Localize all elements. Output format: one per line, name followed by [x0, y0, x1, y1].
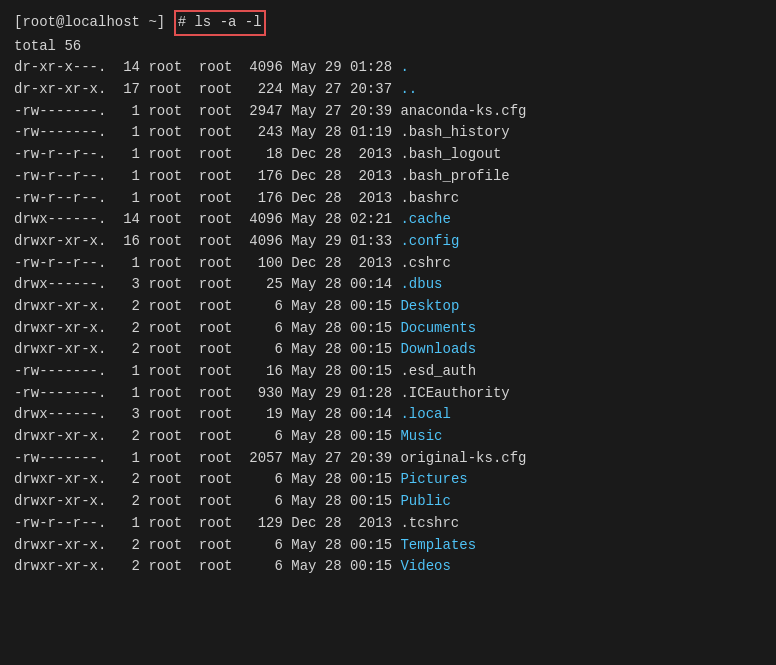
command-highlight: # ls -a -l: [174, 10, 266, 36]
terminal-line: drwxr-xr-x. 2 root root 6 May 28 00:15 D…: [14, 296, 762, 318]
terminal-line: drwxr-xr-x. 2 root root 6 May 28 00:15 D…: [14, 318, 762, 340]
prompt-line: [root@localhost ~] # ls -a -l: [14, 10, 762, 36]
terminal-line: drwx------. 14 root root 4096 May 28 02:…: [14, 209, 762, 231]
directory-link: ..: [400, 81, 417, 97]
terminal-line: -rw-r--r--. 1 root root 18 Dec 28 2013 .…: [14, 144, 762, 166]
prompt-text: [root@localhost ~]: [14, 12, 165, 34]
line-perms: drwxr-xr-x. 2 root root 6 May 28 00:15: [14, 341, 400, 357]
prompt-space: [165, 12, 173, 34]
terminal-line: -rw-r--r--. 1 root root 176 Dec 28 2013 …: [14, 188, 762, 210]
line-perms: drwxr-xr-x. 2 root root 6 May 28 00:15: [14, 558, 400, 574]
terminal-line: -rw-r--r--. 1 root root 100 Dec 28 2013 …: [14, 253, 762, 275]
terminal-line: drwxr-xr-x. 2 root root 6 May 28 00:15 T…: [14, 535, 762, 557]
directory-link: .cache: [400, 211, 450, 227]
terminal-output: total 56dr-xr-x---. 14 root root 4096 Ma…: [14, 36, 762, 578]
terminal-line: dr-xr-x---. 14 root root 4096 May 29 01:…: [14, 57, 762, 79]
terminal-line: drwxr-xr-x. 2 root root 6 May 28 00:15 M…: [14, 426, 762, 448]
terminal-line: drwxr-xr-x. 2 root root 6 May 28 00:15 D…: [14, 339, 762, 361]
line-perms: drwxr-xr-x. 16 root root 4096 May 29 01:…: [14, 233, 400, 249]
terminal-line: total 56: [14, 36, 762, 58]
directory-link: Desktop: [400, 298, 459, 314]
terminal-line: -rw-------. 1 root root 243 May 28 01:19…: [14, 122, 762, 144]
directory-link: Videos: [400, 558, 450, 574]
directory-link: Pictures: [400, 471, 467, 487]
directory-link: Music: [400, 428, 442, 444]
directory-link: Public: [400, 493, 450, 509]
line-perms: drwxr-xr-x. 2 root root 6 May 28 00:15: [14, 537, 400, 553]
terminal-window: [root@localhost ~] # ls -a -l total 56dr…: [14, 10, 762, 578]
terminal-line: -rw-------. 1 root root 16 May 28 00:15 …: [14, 361, 762, 383]
directory-link: .: [400, 59, 408, 75]
terminal-line: drwxr-xr-x. 2 root root 6 May 28 00:15 P…: [14, 469, 762, 491]
line-perms: drwxr-xr-x. 2 root root 6 May 28 00:15: [14, 298, 400, 314]
line-perms: drwx------. 14 root root 4096 May 28 02:…: [14, 211, 400, 227]
directory-link: Downloads: [400, 341, 476, 357]
terminal-line: drwx------. 3 root root 19 May 28 00:14 …: [14, 404, 762, 426]
line-perms: drwxr-xr-x. 2 root root 6 May 28 00:15: [14, 320, 400, 336]
line-perms: drwx------. 3 root root 25 May 28 00:14: [14, 276, 400, 292]
terminal-line: -rw-------. 1 root root 2057 May 27 20:3…: [14, 448, 762, 470]
directory-link: Templates: [400, 537, 476, 553]
directory-link: Documents: [400, 320, 476, 336]
terminal-line: dr-xr-xr-x. 17 root root 224 May 27 20:3…: [14, 79, 762, 101]
directory-link: .local: [400, 406, 450, 422]
terminal-line: drwxr-xr-x. 2 root root 6 May 28 00:15 V…: [14, 556, 762, 578]
line-perms: drwxr-xr-x. 2 root root 6 May 28 00:15: [14, 493, 400, 509]
line-perms: drwx------. 3 root root 19 May 28 00:14: [14, 406, 400, 422]
line-perms: dr-xr-xr-x. 17 root root 224 May 27 20:3…: [14, 81, 400, 97]
line-perms: dr-xr-x---. 14 root root 4096 May 29 01:…: [14, 59, 400, 75]
terminal-line: drwx------. 3 root root 25 May 28 00:14 …: [14, 274, 762, 296]
terminal-line: drwxr-xr-x. 16 root root 4096 May 29 01:…: [14, 231, 762, 253]
directory-link: .config: [400, 233, 459, 249]
line-perms: drwxr-xr-x. 2 root root 6 May 28 00:15: [14, 471, 400, 487]
terminal-line: drwxr-xr-x. 2 root root 6 May 28 00:15 P…: [14, 491, 762, 513]
terminal-line: -rw-r--r--. 1 root root 129 Dec 28 2013 …: [14, 513, 762, 535]
line-perms: drwxr-xr-x. 2 root root 6 May 28 00:15: [14, 428, 400, 444]
directory-link: .dbus: [400, 276, 442, 292]
terminal-line: -rw-------. 1 root root 930 May 29 01:28…: [14, 383, 762, 405]
terminal-line: -rw-r--r--. 1 root root 176 Dec 28 2013 …: [14, 166, 762, 188]
terminal-line: -rw-------. 1 root root 2947 May 27 20:3…: [14, 101, 762, 123]
